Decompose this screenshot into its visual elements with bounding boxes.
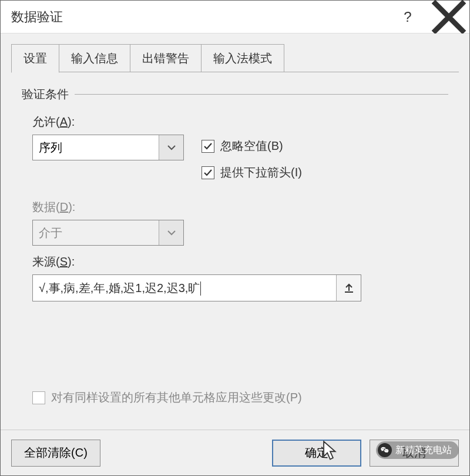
window-title: 数据验证 bbox=[11, 8, 387, 26]
wechat-icon bbox=[378, 443, 392, 457]
settings-panel: 验证条件 允许(A): 序列 bbox=[11, 72, 459, 411]
in-cell-dropdown-checkbox[interactable]: 提供下拉箭头(I) bbox=[202, 165, 302, 180]
tab-input-message[interactable]: 输入信息 bbox=[59, 44, 130, 72]
check-icon bbox=[203, 142, 213, 151]
source-input-value: √,事,病,差,年,婚,迟1,迟2,迟3,旷 bbox=[39, 281, 200, 294]
checkbox-label: 提供下拉箭头(I) bbox=[220, 165, 302, 180]
button-label: 确定 bbox=[305, 445, 328, 461]
validation-criteria-label: 验证条件 bbox=[22, 86, 448, 102]
data-dropdown: 介于 bbox=[32, 220, 184, 246]
source-input[interactable]: √,事,病,差,年,婚,迟1,迟2,迟3,旷 bbox=[33, 280, 336, 296]
check-icon bbox=[203, 168, 213, 177]
watermark-text: 新精英充电站 bbox=[395, 444, 452, 457]
source-label: 来源(S): bbox=[32, 254, 448, 270]
data-dropdown-value: 介于 bbox=[33, 225, 159, 241]
data-dropdown-button bbox=[159, 220, 183, 245]
divider-line bbox=[75, 94, 448, 95]
tab-label: 输入信息 bbox=[71, 52, 118, 65]
tab-ime-mode[interactable]: 输入法模式 bbox=[201, 44, 284, 72]
tab-label: 设置 bbox=[24, 52, 47, 65]
title-bar: 数据验证 ? bbox=[1, 1, 469, 33]
checkbox-box bbox=[202, 140, 214, 153]
svg-rect-0 bbox=[345, 291, 353, 293]
tab-settings[interactable]: 设置 bbox=[11, 44, 59, 73]
allow-dropdown-button[interactable] bbox=[159, 135, 183, 160]
allow-dropdown-value: 序列 bbox=[33, 140, 159, 156]
source-range-picker-button[interactable] bbox=[336, 275, 361, 301]
ok-button[interactable]: 确定 bbox=[272, 440, 361, 467]
button-label: 全部清除(C) bbox=[24, 445, 88, 461]
help-icon: ? bbox=[404, 9, 411, 25]
allow-dropdown[interactable]: 序列 bbox=[32, 135, 184, 160]
clear-all-button[interactable]: 全部清除(C) bbox=[11, 440, 100, 467]
tab-label: 输入法模式 bbox=[213, 52, 272, 65]
chevron-down-icon bbox=[167, 230, 176, 236]
criteria-label-text: 验证条件 bbox=[22, 86, 69, 102]
close-button[interactable] bbox=[428, 1, 469, 33]
tab-bar: 设置 输入信息 出错警告 输入法模式 bbox=[11, 45, 459, 72]
allow-label: 允许(A): bbox=[32, 114, 448, 130]
range-picker-icon bbox=[344, 283, 354, 293]
watermark-badge: 新精英充电站 bbox=[376, 441, 459, 459]
close-icon bbox=[428, 0, 469, 38]
checkbox-label: 忽略空值(B) bbox=[220, 138, 283, 154]
chevron-down-icon bbox=[167, 145, 176, 150]
tab-label: 出错警告 bbox=[142, 52, 189, 65]
tab-error-alert[interactable]: 出错警告 bbox=[130, 44, 202, 72]
apply-all-checkbox: 对有同样设置的所有其他单元格应用这些更改(P) bbox=[32, 390, 448, 405]
checkbox-label: 对有同样设置的所有其他单元格应用这些更改(P) bbox=[51, 390, 302, 405]
help-button[interactable]: ? bbox=[387, 1, 428, 33]
text-caret bbox=[200, 281, 201, 296]
data-validation-dialog: 数据验证 ? 设置 输入信息 出错警告 输入法模式 验证条件 允许(A): bbox=[0, 0, 470, 476]
source-input-row: √,事,病,差,年,婚,迟1,迟2,迟3,旷 bbox=[32, 274, 361, 301]
dialog-button-bar: 全部清除(C) 确定 取消 新精英充电站 bbox=[1, 430, 469, 475]
ignore-blank-checkbox[interactable]: 忽略空值(B) bbox=[202, 138, 302, 154]
dialog-content: 设置 输入信息 出错警告 输入法模式 验证条件 允许(A): 序列 bbox=[1, 33, 469, 430]
data-label: 数据(D): bbox=[32, 199, 448, 215]
checkbox-box bbox=[32, 391, 45, 404]
checkbox-box bbox=[202, 166, 214, 179]
criteria-group: 允许(A): 序列 bbox=[22, 114, 448, 405]
